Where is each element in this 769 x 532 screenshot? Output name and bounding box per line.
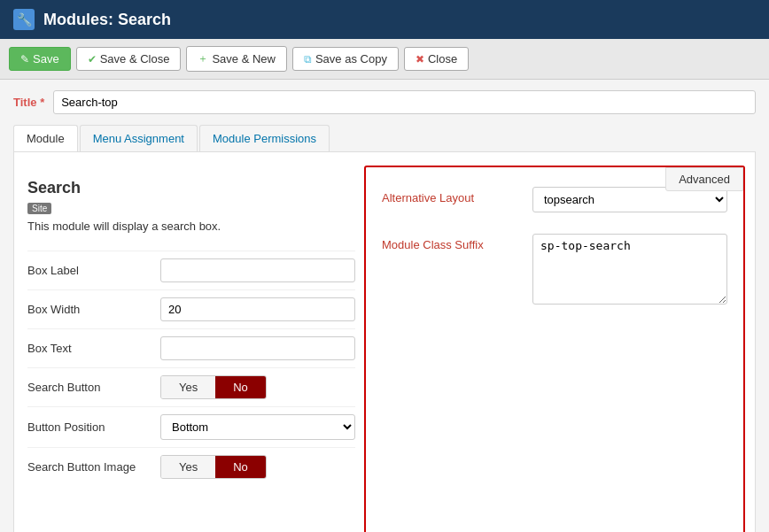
box-label-label: Box Label	[27, 264, 160, 277]
module-title: Search	[27, 179, 355, 197]
toolbar: ✎ Save ✔ Save & Close ＋ Save & New ⧉ Sav…	[0, 39, 769, 80]
site-badge: Site	[27, 203, 51, 214]
search-button-image-no[interactable]: No	[215, 456, 266, 478]
title-label: Title *	[13, 96, 44, 109]
alternative-layout-label: Alternative Layout	[382, 187, 532, 204]
save-button[interactable]: ✎ Save	[9, 47, 71, 71]
module-class-suffix-label: Module Class Suffix	[382, 234, 532, 251]
search-button-row: Search Button Yes No	[27, 367, 355, 406]
button-position-row: Button Position Bottom Right Left	[27, 406, 355, 447]
tab-module[interactable]: Module	[13, 125, 78, 152]
box-width-label: Box Width	[27, 303, 160, 316]
module-icon: 🔧	[13, 9, 35, 30]
search-button-image-row: Search Button Image Yes No	[27, 447, 355, 486]
tabs-bar: Module Menu Assignment Module Permission…	[13, 125, 756, 151]
left-panel: Search Site This module will display a s…	[27, 166, 355, 532]
search-button-image-label: Search Button Image	[27, 460, 160, 474]
close-button[interactable]: ✖ Close	[404, 47, 469, 71]
box-text-input[interactable]	[160, 336, 355, 360]
search-button-image-yes[interactable]: Yes	[161, 456, 215, 478]
save-new-button[interactable]: ＋ Save & New	[186, 46, 287, 72]
search-button-label: Search Button	[27, 381, 160, 394]
box-label-row: Box Label	[27, 251, 355, 289]
required-indicator: *	[40, 96, 44, 109]
box-text-label: Box Text	[27, 342, 160, 355]
module-description: This module will display a search box.	[27, 220, 355, 233]
search-button-yes[interactable]: Yes	[161, 376, 215, 398]
page-title: Modules: Search	[43, 11, 171, 29]
content-area: Title * Module Menu Assignment Module Pe…	[0, 80, 769, 532]
save-copy-button[interactable]: ⧉ Save as Copy	[292, 47, 399, 71]
copy-icon: ⧉	[304, 53, 312, 66]
right-panel: Advanced Alternative Layout topsearch de…	[364, 166, 745, 532]
tab-module-permissions[interactable]: Module Permissions	[199, 125, 330, 151]
box-width-row: Box Width	[27, 289, 355, 328]
search-button-no[interactable]: No	[215, 376, 266, 398]
button-position-select[interactable]: Bottom Right Left	[160, 414, 355, 440]
box-text-row: Box Text	[27, 328, 355, 367]
module-class-suffix-textarea[interactable]: sp-top-search	[532, 234, 727, 305]
plus-icon: ＋	[198, 51, 208, 66]
save-close-button[interactable]: ✔ Save & Close	[76, 47, 182, 71]
title-input[interactable]	[53, 90, 756, 114]
page-header: 🔧 Modules: Search	[0, 0, 769, 39]
save-icon: ✎	[20, 53, 29, 66]
search-button-toggle: Yes No	[160, 375, 267, 399]
box-label-input[interactable]	[160, 258, 355, 282]
main-layout: Search Site This module will display a s…	[13, 151, 756, 532]
box-width-input[interactable]	[160, 297, 355, 321]
checkmark-icon: ✔	[88, 53, 97, 66]
close-icon: ✖	[416, 53, 424, 66]
title-row: Title *	[13, 90, 756, 114]
search-button-image-toggle: Yes No	[160, 455, 267, 479]
advanced-tab[interactable]: Advanced	[665, 167, 743, 191]
tab-menu-assignment[interactable]: Menu Assignment	[80, 125, 198, 151]
button-position-label: Button Position	[27, 420, 160, 434]
module-class-suffix-row: Module Class Suffix sp-top-search	[375, 223, 734, 315]
